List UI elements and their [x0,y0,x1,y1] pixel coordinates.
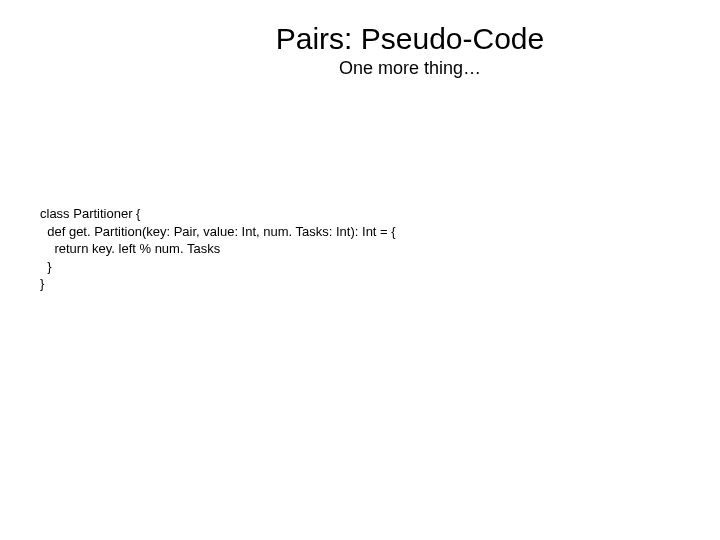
code-line: } [40,275,396,293]
code-line: class Partitioner { [40,205,396,223]
code-line: return key. left % num. Tasks [40,240,396,258]
slide-subtitle: One more thing… [0,56,720,79]
slide-title: Pairs: Pseudo-Code [0,0,720,56]
code-line: def get. Partition(key: Pair, value: Int… [40,223,396,241]
slide-container: Pairs: Pseudo-Code One more thing… class… [0,0,720,540]
code-block: class Partitioner { def get. Partition(k… [40,205,396,293]
code-line: } [40,258,396,276]
